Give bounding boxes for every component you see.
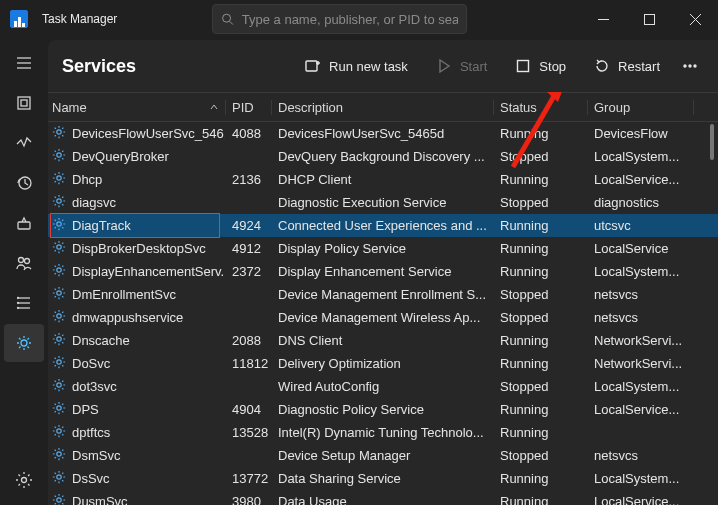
nav-details[interactable]: [4, 284, 44, 322]
gear-icon: [52, 470, 66, 487]
maximize-button[interactable]: [626, 0, 672, 38]
svc-name: Dnscache: [72, 333, 130, 348]
table-row[interactable]: DsmSvcDevice Setup ManagerStoppednetsvcs: [48, 444, 718, 467]
run-new-task-button[interactable]: Run new task: [293, 52, 420, 80]
col-name[interactable]: Name: [48, 100, 226, 115]
gear-icon: [52, 493, 66, 505]
search-box[interactable]: [212, 4, 467, 34]
nav-settings[interactable]: [4, 461, 44, 499]
table-row[interactable]: Dnscache2088DNS ClientRunningNetworkServ…: [48, 329, 718, 352]
svc-desc: DevQuery Background Discovery ...: [278, 149, 485, 164]
column-headers: Name PID Description Status Group: [48, 92, 718, 122]
nav-services[interactable]: [4, 324, 44, 362]
table-row[interactable]: DevQueryBrokerDevQuery Background Discov…: [48, 145, 718, 168]
svg-rect-3: [644, 14, 654, 24]
svg-rect-9: [18, 97, 30, 109]
stop-button[interactable]: Stop: [503, 52, 578, 80]
more-button[interactable]: [676, 52, 704, 80]
svc-desc: Data Usage: [278, 494, 347, 505]
svc-status: Running: [500, 471, 548, 486]
svc-status: Stopped: [500, 379, 548, 394]
svc-group: NetworkServi...: [594, 333, 682, 348]
restart-button[interactable]: Restart: [582, 52, 672, 80]
svc-status: Running: [500, 241, 548, 256]
services-grid: Name PID Description Status Group Device…: [48, 92, 718, 505]
svg-point-33: [57, 153, 61, 157]
table-row[interactable]: dmwappushserviceDevice Management Wirele…: [48, 306, 718, 329]
svg-point-29: [689, 65, 691, 67]
svc-pid: 4904: [232, 402, 261, 417]
svc-group: LocalService...: [594, 402, 679, 417]
nav-performance[interactable]: [4, 124, 44, 162]
table-row[interactable]: DispBrokerDesktopSvc4912Display Policy S…: [48, 237, 718, 260]
svc-name: DispBrokerDesktopSvc: [72, 241, 206, 256]
table-row[interactable]: DsSvc13772Data Sharing ServiceRunningLoc…: [48, 467, 718, 490]
sidebar: [0, 38, 48, 505]
svg-point-19: [18, 303, 19, 304]
minimize-button[interactable]: [580, 0, 626, 38]
svc-group: LocalSystem...: [594, 149, 679, 164]
restart-label: Restart: [618, 59, 660, 74]
svc-status: Stopped: [500, 195, 548, 210]
more-icon: [682, 58, 698, 74]
svg-point-45: [57, 429, 61, 433]
content-area: Services Run new task Start Stop Restart: [48, 40, 718, 505]
svc-pid: 4924: [232, 218, 261, 233]
svg-line-1: [230, 21, 233, 24]
start-button[interactable]: Start: [424, 52, 499, 80]
svc-name: Dhcp: [72, 172, 102, 187]
svg-point-35: [57, 199, 61, 203]
nav-processes[interactable]: [4, 84, 44, 122]
table-row[interactable]: DmEnrollmentSvcDevice Management Enrollm…: [48, 283, 718, 306]
svc-group: netsvcs: [594, 310, 638, 325]
scrollbar-thumb[interactable]: [710, 124, 714, 160]
table-row[interactable]: DiagTrack4924Connected User Experiences …: [48, 214, 718, 237]
col-pid[interactable]: PID: [226, 100, 272, 115]
svc-name: DsSvc: [72, 471, 110, 486]
table-row[interactable]: Dhcp2136DHCP ClientRunningLocalService..…: [48, 168, 718, 191]
svc-status: Running: [500, 172, 548, 187]
nav-users[interactable]: [4, 244, 44, 282]
stop-icon: [515, 58, 531, 74]
svc-group: LocalService: [594, 241, 668, 256]
play-icon: [436, 58, 452, 74]
table-row[interactable]: DevicesFlowUserSvc_546...4088DevicesFlow…: [48, 122, 718, 145]
svc-name: dot3svc: [72, 379, 117, 394]
gear-icon: [52, 240, 66, 257]
table-row[interactable]: DisplayEnhancementServ...2372Display Enh…: [48, 260, 718, 283]
svc-desc: Connected User Experiences and ...: [278, 218, 487, 233]
col-description[interactable]: Description: [272, 100, 494, 115]
table-row[interactable]: dptftcs13528Intel(R) Dynamic Tuning Tech…: [48, 421, 718, 444]
svc-status: Running: [500, 218, 548, 233]
svc-pid: 11812: [232, 356, 268, 371]
search-input[interactable]: [242, 12, 458, 27]
table-row[interactable]: DPS4904Diagnostic Policy ServiceRunningL…: [48, 398, 718, 421]
gear-icon: [52, 171, 66, 188]
svg-point-32: [57, 130, 61, 134]
svc-group: LocalSystem...: [594, 264, 679, 279]
table-row[interactable]: DoSvc11812Delivery OptimizationRunningNe…: [48, 352, 718, 375]
svc-pid: 13528: [232, 425, 268, 440]
app-title: Task Manager: [42, 12, 192, 26]
svc-name: DusmSvc: [72, 494, 128, 505]
table-row[interactable]: dot3svcWired AutoConfigStoppedLocalSyste…: [48, 375, 718, 398]
svg-rect-23: [306, 61, 317, 71]
scrollbar[interactable]: [707, 124, 717, 503]
hamburger-button[interactable]: [4, 44, 44, 82]
svg-point-34: [57, 176, 61, 180]
close-button[interactable]: [672, 0, 718, 38]
nav-history[interactable]: [4, 164, 44, 202]
svg-point-30: [694, 65, 696, 67]
svc-group: DevicesFlow: [594, 126, 668, 141]
svc-desc: DNS Client: [278, 333, 342, 348]
svc-status: Stopped: [500, 287, 548, 302]
svc-desc: Device Management Wireless Ap...: [278, 310, 480, 325]
nav-startup[interactable]: [4, 204, 44, 242]
col-group[interactable]: Group: [588, 100, 694, 115]
table-row[interactable]: DusmSvc3980Data UsageRunningLocalService…: [48, 490, 718, 505]
svc-name: DiagTrack: [72, 218, 131, 233]
col-status[interactable]: Status: [494, 100, 588, 115]
svc-desc: Diagnostic Policy Service: [278, 402, 424, 417]
svc-pid: 4088: [232, 126, 261, 141]
table-row[interactable]: diagsvcDiagnostic Execution ServiceStopp…: [48, 191, 718, 214]
